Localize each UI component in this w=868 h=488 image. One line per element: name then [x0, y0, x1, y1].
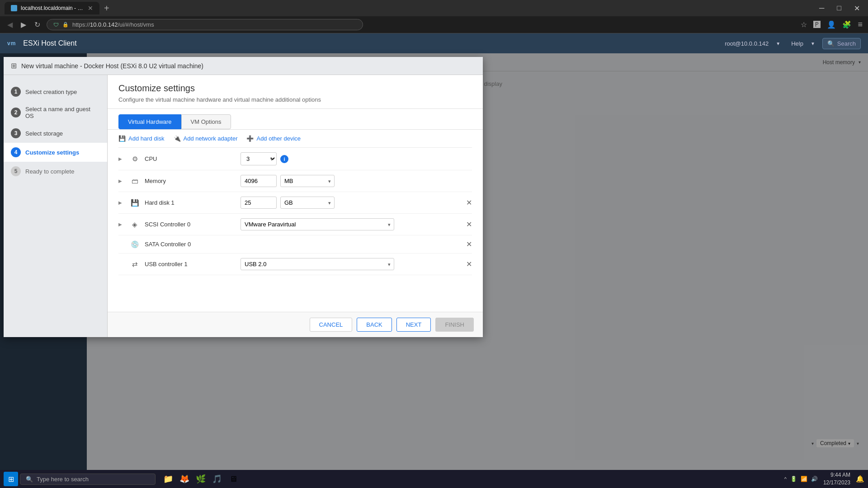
- nav-refresh-button[interactable]: ↻: [33, 19, 42, 31]
- memory-input[interactable]: [241, 175, 277, 187]
- hard-disk-icon: 💾: [130, 199, 139, 207]
- finish-button: FINISH: [435, 318, 474, 332]
- app1-icon: 🌿: [196, 474, 206, 484]
- cpu-info-icon[interactable]: i: [280, 155, 288, 163]
- usb-label: USB controller 1: [145, 261, 235, 267]
- scsi-expand-icon[interactable]: ▶: [118, 222, 125, 227]
- maximize-button[interactable]: □: [833, 3, 845, 13]
- memory-expand-icon[interactable]: ▶: [118, 178, 125, 183]
- add-network-adapter-link[interactable]: 🔌 Add network adapter: [174, 135, 238, 142]
- usb-remove-button[interactable]: ✕: [466, 260, 472, 268]
- esxi-search[interactable]: 🔍 Search: [822, 38, 861, 49]
- esxi-help-dropdown-icon[interactable]: ▼: [811, 41, 815, 46]
- next-button[interactable]: NEXT: [396, 318, 431, 332]
- battery-icon: 🔋: [790, 476, 797, 482]
- bookmark-icon[interactable]: ☆: [801, 20, 807, 29]
- extensions-icon[interactable]: 🧩: [842, 20, 851, 29]
- back-button[interactable]: BACK: [357, 318, 392, 332]
- tabs-row: Virtual Hardware VM Options: [108, 109, 483, 130]
- taskbar-search[interactable]: 🔍 Type here to search: [20, 474, 156, 485]
- toolbar-right: ☆ 🅿 👤 🧩 ≡: [801, 20, 863, 29]
- taskbar-file-explorer-icon[interactable]: 📁: [161, 472, 175, 486]
- hard-disk-input[interactable]: [241, 197, 277, 209]
- browser-tabs: localhost.localdomain - VMware ✕ +: [5, 2, 812, 14]
- sata-label: SATA Controller 0: [145, 241, 235, 248]
- memory-label: Memory: [145, 178, 235, 184]
- start-button[interactable]: ⊞: [4, 472, 18, 486]
- window-close-button[interactable]: ✕: [850, 3, 863, 14]
- sata-remove-button[interactable]: ✕: [466, 240, 472, 249]
- taskbar-firefox-icon[interactable]: 🦊: [177, 472, 192, 486]
- add-hard-disk-link[interactable]: 💾 Add hard disk: [118, 135, 165, 142]
- active-browser-tab[interactable]: localhost.localdomain - VMware ✕: [5, 2, 99, 14]
- sata-controls: ✕: [241, 240, 472, 249]
- step-1[interactable]: 1 Select creation type: [87, 82, 107, 101]
- esxi-help[interactable]: Help: [791, 40, 803, 47]
- nav-forward-button[interactable]: ▶: [19, 19, 28, 31]
- hard-disk-unit-select[interactable]: GB MB TB: [280, 197, 335, 209]
- notification-icon[interactable]: 🔔: [856, 475, 864, 483]
- scsi-select[interactable]: VMware Paravirtual LSI Logic Parallel LS…: [241, 218, 394, 230]
- clock-date: 12/17/2023: [823, 479, 850, 487]
- step-5[interactable]: 5 Ready to complete: [87, 162, 107, 181]
- minimize-button[interactable]: ─: [816, 3, 828, 13]
- taskbar-right: ^ 🔋 📶 🔊 9:44 AM 12/17/2023 🔔: [784, 471, 864, 487]
- hard-disk-unit-wrapper: GB MB TB: [280, 197, 335, 209]
- dialog-titlebar: ⊞ New virtual machine - Docker Host (ESX…: [87, 57, 483, 75]
- systray-chevron-icon[interactable]: ^: [784, 476, 787, 482]
- taskbar: ⊞ 🔍 Type here to search 📁 🦊 🌿 🎵 🖥 ^ 🔋 📶 …: [0, 470, 868, 488]
- browser-titlebar: localhost.localdomain - VMware ✕ + ─ □ ✕: [0, 0, 868, 16]
- usb-icon: ⇄: [130, 260, 139, 268]
- taskbar-rdp-icon[interactable]: 🖥: [226, 472, 241, 486]
- steps-panel: 1 Select creation type 2 Select a name a…: [87, 75, 108, 337]
- tab-vm-options[interactable]: VM Options: [181, 114, 231, 129]
- taskbar-search-placeholder: Type here to search: [37, 476, 89, 483]
- menu-icon[interactable]: ≡: [858, 20, 863, 29]
- taskbar-spotify-icon[interactable]: 🎵: [210, 472, 224, 486]
- hw-row-scsi: ▶ ◈ SCSI Controller 0 VMware Paravirtual…: [118, 214, 472, 235]
- add-other-device-link[interactable]: ➕ Add other device: [246, 135, 301, 142]
- content-header: Customize settings Configure the virtual…: [108, 75, 483, 109]
- wifi-icon: 📶: [801, 476, 807, 482]
- esxi-user-dropdown-icon[interactable]: ▼: [776, 41, 780, 46]
- address-text: https://vm10.0.0.142/ui/#/host/vms: [72, 21, 356, 28]
- shield-icon: 🛡: [53, 22, 59, 28]
- taskbar-search-icon: 🔍: [26, 476, 33, 483]
- taskbar-app1-icon[interactable]: 🌿: [193, 472, 208, 486]
- new-tab-button[interactable]: +: [101, 3, 112, 14]
- hard-disk-remove-button[interactable]: ✕: [466, 198, 472, 207]
- tab-close-icon[interactable]: ✕: [88, 5, 93, 12]
- step-2-label: Select a name and guest OS: [87, 106, 100, 119]
- account-icon[interactable]: 👤: [827, 20, 836, 29]
- esxi-header: vm ESXi Host Client root@10.0.0.142 ▼ He…: [0, 33, 868, 53]
- rdp-icon: 🖥: [229, 474, 237, 484]
- start-icon: ⊞: [8, 475, 14, 483]
- add-hard-disk-label: Add hard disk: [128, 135, 165, 142]
- step-2[interactable]: 2 Select a name and guest OS: [87, 101, 107, 124]
- cpu-input[interactable]: 3 1 2 4 8: [241, 152, 277, 165]
- cpu-expand-icon[interactable]: ▶: [118, 156, 125, 161]
- esxi-user[interactable]: root@10.0.0.142: [725, 40, 769, 47]
- memory-unit-select[interactable]: MB GB: [280, 175, 335, 187]
- step-3[interactable]: 3 Select storage: [87, 124, 107, 143]
- pocket-icon[interactable]: 🅿: [813, 21, 821, 29]
- scsi-remove-button[interactable]: ✕: [466, 220, 472, 229]
- cancel-button[interactable]: CANCEL: [310, 318, 353, 332]
- nav-back-button[interactable]: ◀: [5, 19, 14, 31]
- dialog-title: New virtual machine - Docker Host (ESXi …: [87, 62, 203, 70]
- scsi-select-wrapper: VMware Paravirtual LSI Logic Parallel LS…: [241, 218, 394, 230]
- memory-controls: MB GB: [241, 175, 472, 187]
- usb-select[interactable]: USB 2.0 USB 3.0 USB 3.1: [241, 258, 394, 270]
- tab-virtual-hardware[interactable]: Virtual Hardware: [118, 114, 181, 129]
- taskbar-clock[interactable]: 9:44 AM 12/17/2023: [823, 471, 850, 487]
- add-other-device-label: Add other device: [256, 135, 301, 142]
- cpu-icon: ⚙: [130, 155, 139, 163]
- content-subtitle: Configure the virtual machine hardware a…: [118, 96, 472, 103]
- cpu-controls: 3 1 2 4 8 i: [241, 152, 472, 165]
- step-4[interactable]: 4 Customize settings: [87, 143, 107, 162]
- address-bar[interactable]: 🛡 🔒 https://vm10.0.0.142/ui/#/host/vms: [47, 19, 363, 30]
- hard-disk-expand-icon[interactable]: ▶: [118, 200, 125, 205]
- scsi-controls: VMware Paravirtual LSI Logic Parallel LS…: [241, 218, 472, 230]
- hw-row-memory: ▶ 🗃 Memory MB GB: [118, 170, 472, 192]
- content-panel: Customize settings Configure the virtual…: [108, 75, 483, 337]
